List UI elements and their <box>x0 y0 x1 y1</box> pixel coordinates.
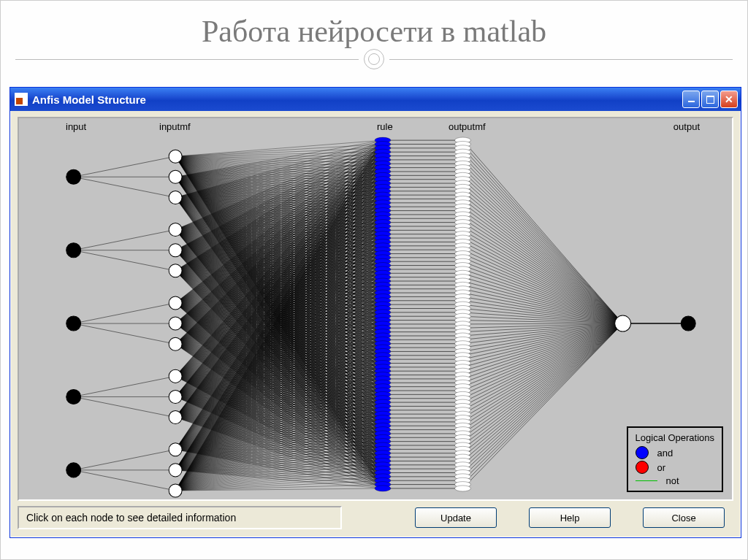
svg-line-1468 <box>463 191 623 323</box>
svg-line-1515 <box>463 323 623 375</box>
svg-line-1483 <box>463 250 623 323</box>
svg-point-1745 <box>455 486 471 491</box>
svg-line-1462 <box>463 168 623 323</box>
svg-line-1524 <box>463 323 623 410</box>
svg-line-1541 <box>463 323 623 477</box>
window-title: Anfis Model Structure <box>32 93 682 106</box>
svg-line-1471 <box>463 203 623 323</box>
svg-point-1546 <box>66 169 81 184</box>
window-titlebar[interactable]: Anfis Model Structure ✕ <box>10 88 741 111</box>
svg-line-1532 <box>463 323 623 442</box>
svg-line-1542 <box>463 323 623 480</box>
svg-line-1363 <box>175 485 383 491</box>
svg-line-1544 <box>463 323 623 488</box>
svg-point-1547 <box>66 243 81 258</box>
info-text: Click on each node to see detailed infor… <box>18 506 342 529</box>
svg-point-1559 <box>169 337 182 350</box>
svg-point-1565 <box>169 484 182 497</box>
svg-line-1361 <box>175 477 383 491</box>
svg-point-1564 <box>169 464 182 477</box>
svg-line-6 <box>74 303 175 323</box>
svg-line-2 <box>74 177 175 197</box>
svg-line-1517 <box>463 323 623 383</box>
svg-line-1473 <box>463 211 623 324</box>
svg-point-1562 <box>169 411 182 424</box>
svg-line-15 <box>175 140 383 156</box>
svg-point-1549 <box>66 389 81 404</box>
svg-line-1535 <box>463 323 623 453</box>
svg-point-1556 <box>169 264 182 277</box>
svg-line-9 <box>74 376 175 396</box>
minimize-button[interactable] <box>682 91 700 108</box>
legend-label-not: not <box>666 475 679 486</box>
svg-point-1561 <box>169 390 182 403</box>
slide-title: Работа нейросети в matlab <box>1 14 747 49</box>
legend-title: Logical Operations <box>636 432 714 443</box>
update-button[interactable]: Update <box>415 507 497 528</box>
svg-line-1523 <box>463 323 623 406</box>
legend-swatch-not <box>636 480 657 481</box>
svg-point-1552 <box>169 170 182 183</box>
svg-line-14 <box>74 470 175 491</box>
legend-label-and: and <box>657 448 673 459</box>
svg-line-1540 <box>463 323 623 472</box>
svg-point-1554 <box>169 223 182 237</box>
svg-point-1557 <box>169 296 182 310</box>
svg-line-1521 <box>463 323 623 399</box>
legend-label-or: or <box>657 462 666 473</box>
svg-line-1474 <box>463 215 623 323</box>
svg-point-1560 <box>169 369 182 383</box>
svg-line-1477 <box>463 226 623 323</box>
svg-line-1455 <box>463 140 623 323</box>
legend-swatch-and <box>636 446 649 459</box>
svg-point-1553 <box>169 191 182 204</box>
svg-line-1538 <box>463 323 623 465</box>
matlab-window: Anfis Model Structure ✕ input inputmf ru… <box>9 87 741 538</box>
svg-line-16 <box>175 144 383 156</box>
svg-line-3 <box>74 230 175 250</box>
svg-point-1555 <box>169 244 182 257</box>
svg-line-1364 <box>175 488 383 491</box>
svg-point-1746 <box>615 315 631 331</box>
svg-point-1551 <box>169 150 182 163</box>
network-diagram[interactable] <box>19 118 732 499</box>
svg-line-1461 <box>463 164 623 323</box>
svg-line-1527 <box>463 323 623 422</box>
svg-line-1487 <box>463 266 623 324</box>
svg-line-1457 <box>463 148 623 323</box>
svg-line-12 <box>74 450 175 470</box>
svg-line-5 <box>74 250 175 271</box>
svg-line-1530 <box>463 323 623 434</box>
svg-line-1478 <box>463 230 623 323</box>
svg-line-1528 <box>463 323 623 426</box>
svg-line-1481 <box>463 242 623 323</box>
svg-line-1518 <box>463 323 623 387</box>
slide-ornament <box>1 49 747 69</box>
svg-point-1563 <box>169 443 182 456</box>
network-canvas[interactable]: input inputmf rule outputmf output Logic… <box>18 117 733 501</box>
svg-line-1467 <box>463 187 623 323</box>
close-button[interactable]: Close <box>643 507 725 528</box>
svg-line-1465 <box>463 180 623 323</box>
svg-line-11 <box>74 396 175 417</box>
svg-point-1558 <box>169 317 182 330</box>
svg-point-1655 <box>375 486 391 491</box>
svg-line-1470 <box>463 199 623 323</box>
window-close-button[interactable]: ✕ <box>720 91 738 108</box>
legend-swatch-or <box>636 461 649 474</box>
svg-line-1533 <box>463 323 623 445</box>
svg-line-19 <box>175 156 383 157</box>
svg-line-1485 <box>463 258 623 323</box>
svg-point-1548 <box>66 316 81 331</box>
svg-line-8 <box>74 323 175 344</box>
svg-line-1525 <box>463 323 623 414</box>
svg-point-1747 <box>681 316 695 331</box>
maximize-button[interactable] <box>701 91 719 108</box>
matlab-icon <box>15 93 28 106</box>
svg-point-1550 <box>66 463 81 477</box>
help-button[interactable]: Help <box>529 507 611 528</box>
svg-line-1460 <box>463 160 623 323</box>
svg-line-0 <box>74 156 175 177</box>
svg-line-1464 <box>463 175 623 323</box>
svg-line-1534 <box>463 323 623 449</box>
